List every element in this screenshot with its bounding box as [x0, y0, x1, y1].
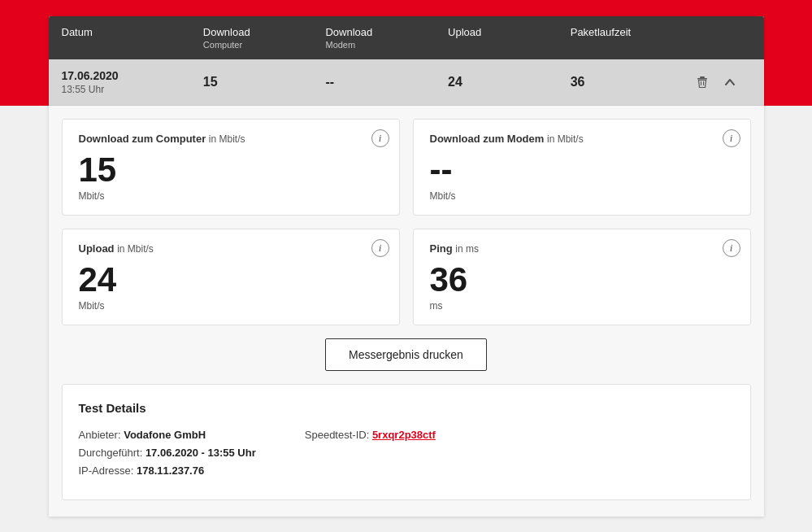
- card-download-modem: Download zum Modem in Mbit/s -- Mbit/s i: [413, 119, 751, 216]
- col-header-download-computer: Download Computer: [190, 16, 313, 59]
- cell-datum: 17.06.2020 13:55 Uhr: [49, 59, 190, 105]
- cell-time: 13:55 Uhr: [62, 84, 105, 95]
- delete-row-button[interactable]: [693, 72, 712, 92]
- ip-value: 178.11.237.76: [137, 464, 204, 477]
- header-upload-label: Upload: [448, 26, 481, 38]
- test-details-content: Anbieter: Vodafone GmbH Durchgeführt: 17…: [79, 426, 734, 480]
- svg-rect-1: [697, 78, 707, 80]
- header-download-computer-sub: Computer: [203, 40, 300, 50]
- print-button-area: Messergebnis drucken: [62, 338, 751, 371]
- card-ping-title-text: Ping: [430, 242, 453, 255]
- col-header-upload: Upload: [435, 16, 558, 59]
- collapse-row-button[interactable]: [720, 72, 740, 92]
- card-download-modem-title: Download zum Modem in Mbit/s: [430, 133, 734, 145]
- info-ping-button[interactable]: i: [723, 239, 740, 257]
- cards-row-2: Upload in Mbit/s 24 Mbit/s i Ping in ms …: [62, 229, 751, 325]
- durchgefuhrt-label: Durchgeführt:: [79, 447, 143, 459]
- main-container: Datum Download Computer Download Modem U…: [49, 0, 764, 532]
- col-header-paketlaufzeit: Paketlaufzeit: [558, 16, 680, 59]
- cell-paketlaufzeit: 36: [558, 65, 680, 99]
- card-ping-value: 36: [430, 263, 734, 297]
- detail-durchgefuhrt: Durchgeführt: 17.06.2020 - 13:55 Uhr: [79, 444, 256, 462]
- header-download-computer-label: Download: [203, 26, 250, 38]
- detail-area: Download zum Computer in Mbit/s 15 Mbit/…: [49, 106, 764, 517]
- card-download-computer-unit: Mbit/s: [79, 190, 383, 202]
- cards-row-1: Download zum Computer in Mbit/s 15 Mbit/…: [62, 119, 751, 216]
- card-download-modem-unit: Mbit/s: [430, 190, 734, 202]
- durchgefuhrt-value: 17.06.2020 - 13:55 Uhr: [145, 447, 256, 459]
- card-download-computer-unit-label: in Mbit/s: [209, 133, 245, 145]
- detail-col-left: Anbieter: Vodafone GmbH Durchgeführt: 17…: [79, 426, 256, 480]
- info-download-modem-button[interactable]: i: [723, 129, 740, 147]
- info-download-computer-button[interactable]: i: [371, 129, 389, 147]
- cell-upload-value: 24: [448, 75, 462, 89]
- col-header-datum: Datum: [49, 16, 190, 59]
- card-ping-title: Ping in ms: [430, 242, 734, 255]
- detail-ip: IP-Adresse: 178.11.237.76: [79, 462, 256, 480]
- header-datum-label: Datum: [62, 26, 93, 38]
- card-download-computer-title: Download zum Computer in Mbit/s: [79, 133, 383, 145]
- results-card: Datum Download Computer Download Modem U…: [49, 16, 764, 517]
- card-upload: Upload in Mbit/s 24 Mbit/s i: [62, 229, 400, 325]
- col-header-actions: [680, 16, 763, 59]
- cell-download-computer-value: 15: [203, 75, 218, 89]
- card-download-computer-value: 15: [79, 153, 383, 187]
- card-download-computer: Download zum Computer in Mbit/s 15 Mbit/…: [62, 119, 400, 216]
- cell-actions: [680, 63, 763, 102]
- test-details-heading: Test Details: [79, 401, 734, 415]
- card-download-modem-value: --: [430, 153, 734, 187]
- ip-label: IP-Adresse:: [79, 464, 134, 477]
- card-download-modem-title-text: Download zum Modem: [430, 133, 545, 145]
- card-ping-unit: ms: [430, 300, 734, 312]
- table-header: Datum Download Computer Download Modem U…: [49, 16, 764, 59]
- info-upload-button[interactable]: i: [371, 239, 389, 257]
- cell-upload: 24: [435, 65, 558, 99]
- col-header-download-modem: Download Modem: [312, 16, 435, 59]
- speedtest-label: Speedtest-ID:: [305, 429, 370, 441]
- card-download-computer-title-text: Download zum Computer: [79, 133, 206, 145]
- speedtest-id-link[interactable]: 5rxqr2p38ctf: [372, 429, 436, 441]
- card-ping: Ping in ms 36 ms i: [413, 229, 751, 325]
- cell-paketlaufzeit-value: 36: [571, 75, 585, 89]
- anbieter-label: Anbieter:: [79, 429, 121, 441]
- cell-date: 17.06.2020: [62, 69, 177, 82]
- header-download-modem-label: Download: [325, 26, 372, 38]
- card-upload-unit-label: in Mbit/s: [117, 243, 154, 255]
- detail-col-right: Speedtest-ID: 5rxqr2p38ctf: [305, 426, 436, 480]
- test-details-section: Test Details Anbieter: Vodafone GmbH Dur…: [62, 384, 751, 500]
- header-paketlaufzeit-label: Paketlaufzeit: [571, 26, 631, 38]
- svg-rect-0: [700, 76, 705, 78]
- header-download-modem-sub: Modem: [325, 40, 422, 50]
- card-upload-value: 24: [79, 263, 383, 297]
- card-ping-unit-label: in ms: [455, 243, 479, 255]
- detail-speedtest: Speedtest-ID: 5rxqr2p38ctf: [305, 426, 436, 444]
- card-upload-title-text: Upload: [79, 242, 115, 255]
- cell-download-modem-value: --: [325, 75, 334, 89]
- table-row: 17.06.2020 13:55 Uhr 15 -- 24 36: [49, 59, 764, 106]
- anbieter-value: Vodafone GmbH: [124, 429, 206, 441]
- print-button[interactable]: Messergebnis drucken: [325, 338, 487, 371]
- card-upload-title: Upload in Mbit/s: [79, 242, 383, 255]
- detail-anbieter: Anbieter: Vodafone GmbH: [79, 426, 256, 444]
- cell-download-computer: 15: [190, 65, 313, 99]
- cell-download-modem: --: [312, 65, 435, 99]
- card-download-modem-unit-label: in Mbit/s: [547, 133, 584, 145]
- card-upload-unit: Mbit/s: [79, 300, 383, 312]
